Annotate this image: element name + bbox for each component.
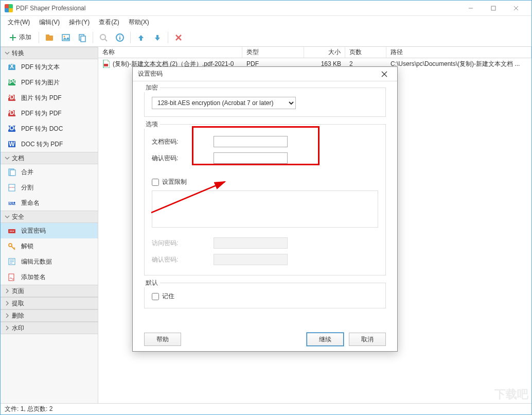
sidebar-item-label: PDF 转为 PDF bbox=[21, 109, 62, 118]
key-icon bbox=[8, 242, 16, 250]
menu-help[interactable]: 帮助(X) bbox=[125, 17, 153, 28]
sidebar-item-pdf-to-text[interactable]: TXTPDF 转为文本 bbox=[1, 59, 98, 75]
svg-rect-11 bbox=[81, 36, 85, 42]
minimize-button[interactable] bbox=[459, 1, 482, 15]
file-path: C:\Users\pc\Documents\(复制)-新建文本文档 ... bbox=[386, 60, 531, 68]
menubar: 文件(W) 编辑(V) 操作(Y) 查看(Z) 帮助(X) bbox=[1, 16, 531, 28]
cancel-button-label: 取消 bbox=[361, 335, 374, 344]
set-restrict-checkbox[interactable] bbox=[152, 179, 159, 186]
sidebar-item-unlock[interactable]: 解锁 bbox=[1, 238, 98, 254]
col-path[interactable]: 路径 bbox=[386, 47, 531, 58]
dialog-close-button[interactable] bbox=[377, 68, 392, 80]
sidebar-item-label: PDF 转为 DOC bbox=[21, 125, 63, 133]
toolbar-separator bbox=[130, 32, 131, 43]
svg-text:PDF: PDF bbox=[8, 94, 16, 101]
toolbar-separator bbox=[39, 32, 39, 43]
col-size[interactable]: 大小 bbox=[304, 47, 345, 58]
sidebar-group-delete[interactable]: 删除 bbox=[1, 309, 98, 322]
sidebar-item-rename[interactable]: a|b重命名 bbox=[1, 195, 98, 211]
app-logo-icon bbox=[5, 4, 13, 12]
svg-text:JPG: JPG bbox=[8, 78, 16, 85]
toolbar: 添加 bbox=[1, 28, 531, 47]
menu-action[interactable]: 操作(Y) bbox=[65, 17, 94, 28]
word-icon: W bbox=[8, 140, 16, 148]
sidebar-item-label: 解锁 bbox=[21, 242, 33, 251]
sidebar-item-pdf-to-doc[interactable]: DOCPDF 转为 DOC bbox=[1, 121, 98, 136]
sidebar-group-convert[interactable]: 转换 bbox=[1, 47, 98, 59]
copy-button[interactable] bbox=[75, 30, 90, 45]
chevron-down-icon bbox=[5, 214, 10, 219]
default-group-label: 默认 bbox=[144, 279, 160, 287]
sidebar-item-pdf-to-image[interactable]: JPGPDF 转为图片 bbox=[1, 75, 98, 90]
add-button[interactable]: 添加 bbox=[5, 30, 36, 45]
sidebar-item-pdf-to-pdf[interactable]: PDFPDF 转为 PDF bbox=[1, 106, 98, 121]
sidebar-group-extract[interactable]: 提取 bbox=[1, 297, 98, 309]
sidebar-item-label: 重命名 bbox=[21, 199, 40, 208]
sidebar-item-add-signature[interactable]: 添加签名 bbox=[1, 269, 98, 285]
confirm-password2-label: 确认密码: bbox=[152, 255, 214, 264]
dialog-titlebar: 设置密码 bbox=[133, 67, 397, 81]
cancel-button[interactable]: 取消 bbox=[349, 333, 386, 346]
menu-file[interactable]: 文件(W) bbox=[4, 17, 34, 28]
help-button[interactable]: 帮助 bbox=[144, 333, 181, 346]
set-restrict-label: 设置限制 bbox=[162, 178, 187, 186]
move-down-button[interactable] bbox=[150, 30, 165, 45]
svg-text:W: W bbox=[9, 141, 15, 148]
sidebar-group-watermark[interactable]: 水印 bbox=[1, 322, 98, 334]
sidebar-group-pages[interactable]: 页面 bbox=[1, 285, 98, 297]
sidebar-item-split[interactable]: 分割 bbox=[1, 180, 98, 195]
sidebar-item-set-password[interactable]: 设置密码 bbox=[1, 223, 98, 238]
col-type[interactable]: 类型 bbox=[242, 47, 304, 58]
confirm-password2-input bbox=[214, 254, 288, 265]
access-password-label: 访问密码: bbox=[152, 239, 214, 248]
split-icon bbox=[8, 183, 16, 192]
sidebar-item-edit-metadata[interactable]: 编辑元数据 bbox=[1, 254, 98, 269]
sidebar-item-doc-to-pdf[interactable]: WDOC 转为 PDF bbox=[1, 136, 98, 152]
sidebar-item-label: DOC 转为 PDF bbox=[21, 140, 63, 149]
maximize-button[interactable] bbox=[482, 1, 505, 15]
window-title: PDF Shaper Professional bbox=[16, 5, 85, 12]
svg-text:PDF: PDF bbox=[8, 109, 16, 116]
watermark: 下载吧 bbox=[494, 387, 528, 402]
menu-edit[interactable]: 编辑(V) bbox=[35, 17, 64, 28]
remember-checkbox[interactable] bbox=[152, 293, 159, 300]
col-pages[interactable]: 页数 bbox=[345, 47, 386, 58]
password-dialog: 设置密码 加密 128-bit AES encryption (Acrobat … bbox=[132, 66, 398, 352]
close-button[interactable] bbox=[505, 1, 527, 15]
sidebar-group-document[interactable]: 文档 bbox=[1, 152, 98, 164]
move-up-button[interactable] bbox=[134, 30, 148, 45]
folder-button[interactable] bbox=[42, 30, 57, 45]
sidebar-item-label: PDF 转为图片 bbox=[21, 78, 60, 87]
remove-button[interactable] bbox=[171, 30, 186, 45]
encryption-select[interactable]: 128-bit AES encryption (Acrobat 7 or lat… bbox=[152, 97, 296, 109]
metadata-icon bbox=[8, 257, 16, 266]
sidebar-group-label: 提取 bbox=[12, 299, 24, 308]
svg-point-39 bbox=[11, 231, 12, 232]
chevron-right-icon bbox=[5, 301, 10, 306]
continue-button[interactable]: 继续 bbox=[307, 333, 344, 346]
svg-point-15 bbox=[119, 36, 120, 37]
remember-label: 记住 bbox=[162, 292, 174, 301]
chevron-down-icon bbox=[5, 155, 10, 161]
col-name[interactable]: 名称 bbox=[98, 47, 242, 58]
svg-point-40 bbox=[13, 231, 14, 232]
sidebar-item-image-to-pdf[interactable]: PDF图片 转为 PDF bbox=[1, 90, 98, 106]
access-password-input bbox=[214, 237, 288, 249]
svg-rect-16 bbox=[119, 37, 120, 40]
sidebar-group-security[interactable]: 安全 bbox=[1, 211, 98, 223]
search-button[interactable] bbox=[96, 30, 111, 45]
sidebar-group-label: 页面 bbox=[12, 287, 24, 296]
info-button[interactable] bbox=[113, 30, 127, 45]
toolbar-separator bbox=[93, 32, 93, 43]
options-group-label: 选项 bbox=[144, 120, 160, 129]
svg-line-43 bbox=[14, 248, 15, 249]
doc-icon: DOC bbox=[8, 125, 16, 133]
svg-rect-48 bbox=[9, 274, 14, 281]
jpg-icon: JPG bbox=[8, 78, 16, 87]
sidebar-item-merge[interactable]: 合并 bbox=[1, 164, 98, 180]
image-button[interactable] bbox=[59, 30, 73, 45]
toolbar-separator bbox=[168, 32, 168, 43]
svg-rect-49 bbox=[104, 64, 108, 66]
menu-view[interactable]: 查看(Z) bbox=[95, 17, 123, 28]
svg-point-12 bbox=[100, 34, 105, 40]
